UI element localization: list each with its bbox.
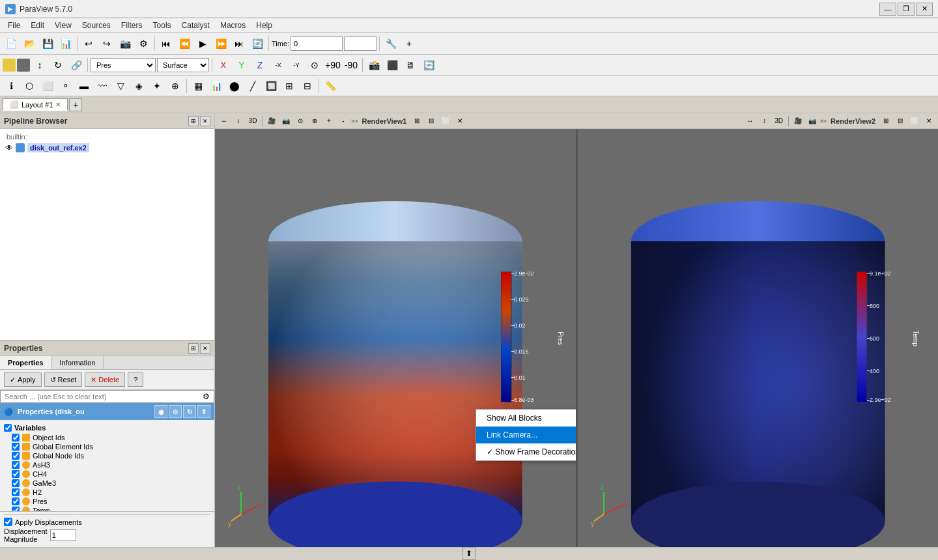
undo-button[interactable]: ↩	[80, 35, 97, 52]
rotate90-cw[interactable]: +90	[324, 57, 341, 74]
rv1-max[interactable]: ⬜	[439, 115, 452, 127]
props-copy-button[interactable]: ◉	[154, 405, 167, 418]
render-btn[interactable]: ⬛	[384, 57, 401, 74]
grow-sel-btn[interactable]: ⊞	[281, 77, 298, 94]
ctx-show-frame-decorations[interactable]: Show Frame Decorations	[476, 443, 578, 460]
properties-close-button[interactable]: ✕	[200, 343, 210, 354]
server-btn[interactable]: 🖥	[402, 57, 419, 74]
render-view-2[interactable]: 9.1e+02 800 600 400 2.9e+02 Temp	[578, 129, 939, 547]
filter-btn2[interactable]: ◈	[130, 77, 147, 94]
link-btn[interactable]: 🔗	[68, 57, 85, 74]
filter-btn1[interactable]: ▽	[112, 77, 129, 94]
menu-file[interactable]: File	[3, 20, 25, 31]
bg-btn[interactable]	[17, 59, 30, 72]
visibility-eye-icon[interactable]: 👁	[5, 143, 13, 152]
var-item-object-ids[interactable]: Object Ids	[4, 433, 210, 442]
rv-orient-2[interactable]: ↕	[232, 115, 245, 127]
var-checkbox-global-node-ids[interactable]	[12, 452, 20, 460]
search-gear-icon[interactable]: ⚙	[203, 392, 210, 401]
var-checkbox-h2[interactable]	[12, 488, 20, 496]
surface-btn[interactable]: 〰	[94, 77, 111, 94]
var-checkbox-pres[interactable]	[12, 497, 20, 505]
apply-displacements-checkbox[interactable]	[4, 518, 12, 526]
rv-cam-1[interactable]: 🎥	[265, 115, 278, 127]
float-button[interactable]: ⊞	[188, 116, 199, 126]
help-button[interactable]: ?	[128, 372, 143, 387]
filter-btn3[interactable]: ✦	[149, 77, 165, 94]
menu-help[interactable]: Help	[251, 20, 277, 31]
tab-information[interactable]: Information	[51, 356, 104, 369]
status-expand-button[interactable]: ⬆	[462, 547, 476, 560]
rotate90-ccw[interactable]: -90	[343, 57, 360, 74]
zoom-fit[interactable]: ⊙	[306, 57, 323, 74]
rv2-3d[interactable]: 3D	[773, 115, 786, 127]
menu-filters[interactable]: Filters	[116, 20, 148, 31]
rv-cam-6[interactable]: -	[337, 115, 350, 127]
rv2-cam-2[interactable]: 📷	[806, 115, 819, 127]
ctx-link-camera[interactable]: Link Camera...	[476, 427, 578, 443]
delete-button[interactable]: ✕ Delete	[85, 372, 125, 387]
menu-tools[interactable]: Tools	[148, 20, 177, 31]
var-item-temp[interactable]: Temp	[4, 506, 210, 511]
play-button[interactable]: ▶	[194, 35, 211, 52]
reset-button[interactable]: ↺ Reset	[44, 372, 83, 387]
neg-y[interactable]: -Y	[288, 57, 305, 74]
rv1-close[interactable]: ✕	[453, 115, 466, 127]
refresh-btn[interactable]: 🔄	[420, 57, 437, 74]
var-item-game3[interactable]: GaMe3	[4, 479, 210, 488]
settings-button[interactable]: ⚙	[135, 35, 152, 52]
variable-select[interactable]: Pres Temp V	[91, 58, 156, 72]
var-item-global-node-ids[interactable]: Global Node Ids	[4, 451, 210, 460]
info-btn[interactable]: ℹ	[3, 77, 20, 94]
save-data-button[interactable]: 📊	[57, 35, 74, 52]
rv2-orient-1[interactable]: ↔	[744, 115, 757, 127]
rv-cam-3[interactable]: ⊙	[294, 115, 307, 127]
close-button[interactable]: ✕	[916, 3, 933, 16]
select-block-btn[interactable]: 🔲	[263, 77, 279, 94]
var-item-pres[interactable]: Pres	[4, 497, 210, 506]
new-file-button[interactable]: 📄	[3, 35, 20, 52]
tool-1[interactable]: 🔧	[382, 35, 399, 52]
menu-sources[interactable]: Sources	[77, 20, 116, 31]
select-area-btn[interactable]: ▦	[190, 77, 206, 94]
var-checkbox-game3[interactable]	[12, 479, 20, 487]
rv-3d-1[interactable]: 3D	[246, 115, 259, 127]
rewind-button[interactable]: ⏮	[158, 35, 175, 52]
rv1-split-v[interactable]: ⊟	[425, 115, 438, 127]
rv2-split-v[interactable]: ⊟	[894, 115, 907, 127]
rotate-btn[interactable]: ↻	[50, 57, 66, 74]
box-btn[interactable]: ⬜	[39, 77, 56, 94]
tab-properties[interactable]: Properties	[0, 356, 51, 369]
properties-float-button[interactable]: ⊞	[188, 343, 199, 354]
open-file-button[interactable]: 📂	[21, 35, 38, 52]
menu-edit[interactable]: Edit	[25, 20, 50, 31]
filter-btn4[interactable]: ⊕	[167, 77, 184, 94]
rv2-split-h[interactable]: ⊞	[879, 115, 892, 127]
rv-orient-1[interactable]: ↔	[218, 115, 231, 127]
x-orient[interactable]: X	[215, 57, 232, 74]
prev-frame-button[interactable]: ⏪	[176, 35, 193, 52]
sphere-btn[interactable]: ⚬	[57, 77, 74, 94]
select-line-btn[interactable]: ╱	[244, 77, 261, 94]
save-button[interactable]: 💾	[39, 35, 56, 52]
rv2-cam-1[interactable]: 🎥	[791, 115, 804, 127]
loop-button[interactable]: 🔄	[249, 35, 266, 52]
z-orient[interactable]: Z	[251, 57, 268, 74]
measure-btn[interactable]: 📏	[322, 77, 339, 94]
rv-cam-4[interactable]: ⊕	[308, 115, 321, 127]
color-btn[interactable]	[3, 59, 16, 72]
var-item-global-element-ids[interactable]: Global Element Ids	[4, 442, 210, 451]
plane-btn[interactable]: ▬	[76, 77, 92, 94]
props-scroll-button[interactable]: ⇕	[197, 405, 210, 418]
minimize-button[interactable]: —	[879, 3, 896, 16]
var-checkbox-ash3[interactable]	[12, 461, 20, 469]
menu-view[interactable]: View	[50, 20, 77, 31]
interact-btn[interactable]: ↕	[31, 57, 48, 74]
neg-x[interactable]: -X	[270, 57, 287, 74]
var-item-ch4[interactable]: CH4	[4, 469, 210, 479]
ctx-show-all-blocks[interactable]: Show All Blocks	[476, 410, 578, 427]
camera-button[interactable]: 📷	[117, 35, 134, 52]
props-paste-button[interactable]: ⊙	[169, 405, 182, 418]
displacement-magnitude-input[interactable]	[50, 529, 76, 541]
tool-2[interactable]: +	[401, 35, 418, 52]
